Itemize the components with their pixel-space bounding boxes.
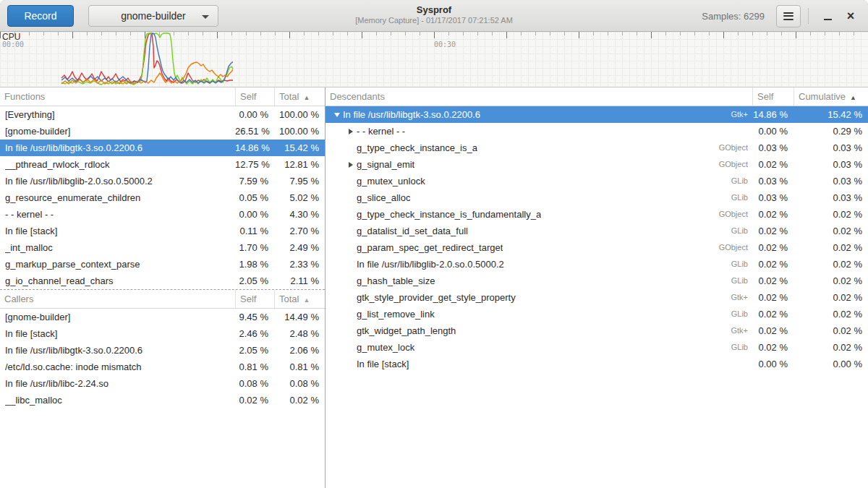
window-title-block: Sysprof [Memory Capture] - 01/17/2017 07… xyxy=(355,4,513,26)
column-header-cumulative[interactable]: Cumulative▲ xyxy=(793,87,868,106)
self-percent-cell: 0.02 % xyxy=(235,392,274,408)
column-header-descendants[interactable]: Descendants xyxy=(326,87,752,106)
time-label-mid: 00:30 xyxy=(434,40,456,48)
record-button[interactable]: Record xyxy=(7,5,74,27)
row-name-cell: g_datalist_id_set_data_fullGLib xyxy=(326,223,752,239)
table-row[interactable]: __libc_malloc0.02 %0.02 % xyxy=(0,392,325,408)
hamburger-icon xyxy=(783,10,793,22)
minimize-button[interactable] xyxy=(816,4,839,28)
row-label: g_datalist_id_set_data_full xyxy=(357,223,468,239)
self-percent-cell: 2.05 % xyxy=(235,342,274,359)
table-row[interactable]: g_list_remove_linkGLib0.02 %0.02 % xyxy=(326,306,868,322)
total-percent-cell: 0.02 % xyxy=(793,306,868,322)
row-name-cell: In file [stack] xyxy=(326,356,752,372)
sysprof-window: Record gnome-builder Sysprof [Memory Cap… xyxy=(0,0,868,488)
self-percent-cell: 26.51 % xyxy=(235,123,274,140)
table-row[interactable]: - - kernel - -0.00 %0.29 % xyxy=(326,123,868,140)
process-selector-value: gnome-builder xyxy=(121,10,186,22)
table-row[interactable]: __pthread_rwlock_rdlock12.75 %12.81 % xyxy=(0,156,325,173)
table-header: DescendantsSelfCumulative▲ xyxy=(326,87,868,106)
table-row[interactable]: - - kernel - -0.00 %4.30 % xyxy=(0,206,325,223)
table-row[interactable]: g_hash_table_sizeGLib0.02 %0.02 % xyxy=(326,273,868,289)
table-row[interactable]: g_datalist_id_set_data_fullGLib0.02 %0.0… xyxy=(326,223,868,239)
table-row[interactable]: g_type_check_instance_is_aGObject0.03 %0… xyxy=(326,140,868,156)
process-selector-dropdown[interactable]: gnome-builder xyxy=(88,5,218,27)
sort-ascending-icon: ▲ xyxy=(303,94,310,101)
row-label: In file /usr/lib/libc-2.24.so xyxy=(5,375,109,392)
table-row[interactable]: g_markup_parse_context_parse1.98 %2.33 % xyxy=(0,256,325,273)
table-row[interactable]: In file [stack]0.00 %0.00 % xyxy=(326,356,868,372)
menu-button[interactable] xyxy=(776,5,801,27)
total-percent-cell: 15.42 % xyxy=(274,140,325,156)
total-percent-cell: 0.02 % xyxy=(793,239,868,256)
row-name-cell: [gnome-builder] xyxy=(0,123,235,140)
library-tag: GObject xyxy=(719,239,752,256)
table-row[interactable]: In file /usr/lib/libglib-2.0.so.0.5000.2… xyxy=(0,173,325,189)
expander-open-icon[interactable] xyxy=(331,113,343,117)
total-percent-cell: 0.02 % xyxy=(793,206,868,223)
row-name-cell: [Everything] xyxy=(0,106,235,123)
expander-closed-icon[interactable] xyxy=(344,129,357,134)
table-row[interactable]: g_mutex_unlockGLib0.03 %0.03 % xyxy=(326,173,868,189)
close-button[interactable]: × xyxy=(839,4,862,28)
total-percent-cell: 0.02 % xyxy=(793,256,868,273)
table-row[interactable]: g_param_spec_get_redirect_targetGObject0… xyxy=(326,239,868,256)
total-percent-cell: 0.03 % xyxy=(793,140,868,156)
titlebar[interactable]: Record gnome-builder Sysprof [Memory Cap… xyxy=(0,0,868,32)
capture-subtitle: [Memory Capture] - 01/17/2017 07:21:52 A… xyxy=(355,16,513,26)
table-row[interactable]: In file [stack]0.11 %2.70 % xyxy=(0,223,325,239)
row-name-cell: In file /usr/lib/libc-2.24.so xyxy=(0,375,235,392)
row-name-cell: g_type_check_instance_is_fundamentally_a… xyxy=(326,206,752,223)
column-header-self[interactable]: Self xyxy=(752,87,793,106)
expander-closed-icon[interactable] xyxy=(344,162,357,168)
row-name-cell: gtk_style_provider_get_style_propertyGtk… xyxy=(326,289,752,306)
table-row[interactable]: In file /usr/lib/libc-2.24.so0.08 %0.08 … xyxy=(0,375,325,392)
table-header: FunctionsSelfTotal▲ xyxy=(0,87,325,106)
table-header: CallersSelfTotal▲ xyxy=(0,290,325,309)
row-name-cell: g_type_check_instance_is_aGObject xyxy=(326,140,752,156)
table-row[interactable]: In file /usr/lib/libglib-2.0.so.0.5000.2… xyxy=(326,256,868,273)
table-row[interactable]: In file /usr/lib/libgtk-3.so.0.2200.6Gtk… xyxy=(326,106,868,123)
table-row[interactable]: [gnome-builder]9.45 %14.49 % xyxy=(0,309,325,325)
table-row[interactable]: /etc/ld.so.cache: inode mismatch0.81 %0.… xyxy=(0,359,325,375)
total-percent-cell: 12.81 % xyxy=(274,156,325,173)
column-header-functions[interactable]: Functions xyxy=(0,87,235,106)
table-row[interactable]: [Everything]0.00 %100.00 % xyxy=(0,106,325,123)
library-tag: GLib xyxy=(731,173,752,189)
table-row[interactable]: g_mutex_lockGLib0.02 %0.02 % xyxy=(326,339,868,356)
table-row[interactable]: _int_malloc1.70 %2.49 % xyxy=(0,239,325,256)
table-row[interactable]: g_type_check_instance_is_fundamentally_a… xyxy=(326,206,868,223)
column-header-total[interactable]: Total▲ xyxy=(274,87,325,106)
total-percent-cell: 0.02 % xyxy=(793,273,868,289)
table-row[interactable]: g_slice_allocGLib0.03 %0.03 % xyxy=(326,189,868,206)
table-row[interactable]: gtk_style_provider_get_style_propertyGtk… xyxy=(326,289,868,306)
row-name-cell: __pthread_rwlock_rdlock xyxy=(0,156,235,173)
table-row[interactable]: gtk_widget_path_lengthGtk+0.02 %0.02 % xyxy=(326,322,868,339)
table-row[interactable]: In file /usr/lib/libgtk-3.so.0.2200.614.… xyxy=(0,140,325,156)
self-percent-cell: 0.03 % xyxy=(752,173,793,189)
table-row[interactable]: g_resource_enumerate_children0.05 %5.02 … xyxy=(0,189,325,206)
table-row[interactable]: g_io_channel_read_chars2.05 %2.11 % xyxy=(0,273,325,289)
total-percent-cell: 2.06 % xyxy=(274,342,325,359)
time-label-start: 00:00 xyxy=(2,40,24,48)
row-label: g_param_spec_get_redirect_target xyxy=(357,239,503,256)
table-row[interactable]: [gnome-builder]26.51 %100.00 % xyxy=(0,123,325,140)
row-name-cell: In file /usr/lib/libgtk-3.so.0.2200.6 xyxy=(0,342,235,359)
column-header-self[interactable]: Self xyxy=(235,87,274,106)
table-row[interactable]: In file [stack]2.46 %2.48 % xyxy=(0,325,325,342)
column-header-total[interactable]: Total▲ xyxy=(274,290,325,308)
table-row[interactable]: In file /usr/lib/libgtk-3.so.0.2200.62.0… xyxy=(0,342,325,359)
column-header-callers[interactable]: Callers xyxy=(0,290,235,308)
row-label: g_slice_alloc xyxy=(357,189,410,206)
total-percent-cell: 0.02 % xyxy=(793,322,868,339)
cpu-graph[interactable]: CPU 00:00 00:30 xyxy=(0,32,868,87)
cpu-line-blue xyxy=(61,33,233,83)
library-tag: GLib xyxy=(731,273,752,289)
self-percent-cell: 0.02 % xyxy=(752,306,793,322)
row-label: g_resource_enumerate_children xyxy=(5,189,140,206)
row-name-cell: g_list_remove_linkGLib xyxy=(326,306,752,322)
total-percent-cell: 14.49 % xyxy=(274,309,325,325)
column-header-self[interactable]: Self xyxy=(235,290,274,308)
table-row[interactable]: g_signal_emitGObject0.02 %0.03 % xyxy=(326,156,868,173)
row-label: g_type_check_instance_is_a xyxy=(357,140,477,156)
